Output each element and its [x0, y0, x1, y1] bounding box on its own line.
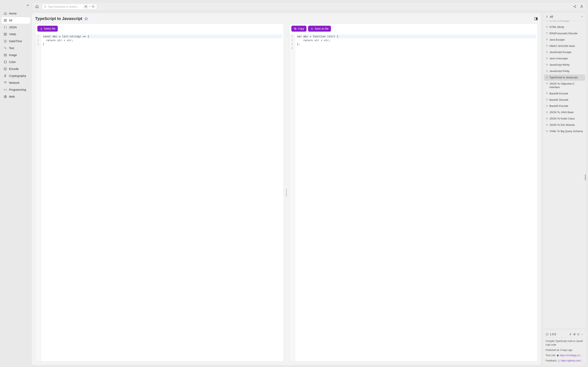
sidebar-left: HomeAllJSONYAMLDate/TimeTextImageColorEn… — [0, 0, 32, 367]
tool-label: HMAC-SHA256 Hash — [549, 44, 575, 48]
plug-icon — [545, 82, 548, 85]
crypto-icon — [4, 74, 7, 77]
plug-icon — [545, 45, 548, 47]
sidebar-item-network[interactable]: Network — [2, 80, 30, 86]
plug-icon — [545, 16, 548, 18]
sidebar-item-encode[interactable]: Encode — [2, 66, 30, 72]
toggle-right-panel-button[interactable] — [534, 17, 538, 21]
tool-item[interactable]: Java Unescape — [544, 55, 585, 62]
sidebar-item-image[interactable]: Image — [2, 52, 30, 58]
sidebar-right: All HTML UnescapeHTML MinifyIDN(Punycode… — [543, 13, 586, 365]
sidebar-item-programming[interactable]: Programming — [2, 86, 30, 93]
sidebar-item-text[interactable]: Text — [2, 45, 30, 51]
tool-item[interactable]: HMAC-SHA256 Hash — [544, 43, 585, 49]
tool-item[interactable]: Base62 Decode — [544, 97, 585, 103]
plug-icon — [545, 92, 548, 95]
sidebar-item-json[interactable]: JSON — [2, 24, 30, 31]
sidebar-item-label: Color — [9, 60, 16, 64]
editor-divider[interactable] — [286, 24, 287, 362]
sidebar-item-yaml[interactable]: YAML — [2, 31, 30, 38]
home-button[interactable] — [34, 4, 40, 9]
sidebar-item-label: Web — [9, 95, 15, 98]
tool-label: HTML Unescape — [549, 21, 569, 23]
tools-list[interactable]: HTML UnescapeHTML MinifyIDN(Punycode) De… — [543, 21, 586, 328]
plug-icon — [545, 51, 548, 53]
tool-label: JSON To JAVA Bean — [549, 111, 574, 114]
tool-item[interactable]: JavaScript Pretty — [544, 68, 585, 75]
image-icon — [4, 53, 7, 57]
tool-item[interactable]: JSON To Kotlin Class — [544, 116, 585, 122]
home-icon — [4, 12, 7, 15]
share-button[interactable] — [573, 4, 577, 8]
tool-item[interactable]: JavaScript Escape — [544, 49, 585, 55]
plug-icon — [545, 38, 548, 41]
sidebar-item-color[interactable]: Color — [2, 59, 30, 65]
tool-item[interactable]: HTML Unescape — [544, 21, 585, 24]
tool-item[interactable]: Base58 Encode — [544, 91, 585, 97]
tool-label: JavaScript Escape — [549, 50, 571, 54]
sidebar-item-crypto[interactable]: Cryptography — [2, 73, 30, 79]
plug-icon — [545, 32, 548, 35]
code-output: 1234 var abc = function (str) { return s… — [289, 34, 537, 361]
svg-rect-5 — [6, 33, 7, 34]
tool-item[interactable]: TypeScript to Javascript — [544, 75, 585, 81]
tool-label: JSON To Kotlin Class — [549, 117, 575, 120]
select-file-button[interactable]: Select file — [37, 26, 58, 32]
tool-item[interactable]: JavaScript Minify — [544, 62, 585, 68]
svg-point-25 — [577, 333, 579, 335]
tool-label: Base58 Encode — [549, 92, 568, 95]
shield-icon — [557, 354, 559, 357]
svg-point-7 — [6, 34, 7, 35]
tool-item[interactable]: JSON To Objective-C Interface — [544, 81, 585, 91]
tool-item[interactable]: JSON To JAVA Bean — [544, 109, 585, 116]
svg-rect-3 — [6, 21, 7, 22]
chevron-down-icon[interactable] — [581, 333, 584, 336]
tool-item[interactable]: YAML To Big Query Schema — [544, 128, 585, 134]
info-description: Compile TypeScript code to JavaScript co… — [545, 339, 584, 347]
sidebar-item-label: Network — [9, 81, 19, 84]
code-input[interactable]: 123 const abc = (str:string) => { return… — [35, 34, 284, 361]
svg-point-10 — [5, 54, 5, 55]
sidebar-item-label: YAML — [9, 33, 17, 36]
sidebar-item-datetime[interactable]: Date/Time — [2, 38, 30, 44]
save-as-file-button[interactable]: Save as file — [308, 26, 331, 32]
svg-rect-4 — [4, 33, 5, 34]
tool-item[interactable]: HTML Minify — [544, 24, 585, 30]
favorite-button[interactable] — [84, 17, 88, 21]
programming-icon — [4, 88, 7, 91]
tool-label: Java Unescape — [549, 57, 568, 60]
web-icon — [4, 95, 7, 98]
sidebar-item-label: Home — [9, 12, 17, 15]
plug-icon — [545, 99, 548, 101]
tool-item[interactable]: Base64 Encode — [544, 103, 585, 109]
copy-button[interactable]: Copy — [291, 26, 306, 32]
search-box[interactable]: ⌘ + K — [42, 4, 97, 9]
tool-label: JSON To Objective-C Interface — [549, 82, 584, 89]
plug-icon — [545, 70, 548, 72]
user-button[interactable] — [580, 4, 584, 8]
globe-icon[interactable] — [573, 333, 576, 336]
version-label: 1.0.0 — [550, 333, 556, 336]
scrollbar-thumb[interactable] — [585, 174, 586, 180]
sidebar-item-web[interactable]: Web — [2, 93, 30, 100]
svg-rect-2 — [4, 21, 5, 22]
svg-point-18 — [581, 5, 582, 7]
tool-item[interactable]: IDN(Punycode) Decode — [544, 30, 585, 37]
tools-filter[interactable]: All — [543, 13, 586, 21]
plug-icon — [545, 130, 548, 133]
tool-item[interactable]: Java Escape — [544, 37, 585, 43]
sidebar-item-all[interactable]: All — [2, 17, 30, 24]
plug-icon — [545, 57, 548, 60]
datetime-icon — [4, 40, 7, 43]
info-panel: 1.0.0 Compile TypeScript code to JavaScr… — [543, 330, 586, 365]
lightning-icon[interactable] — [569, 333, 572, 336]
yaml-icon — [4, 33, 7, 36]
check-icon[interactable] — [577, 333, 580, 336]
sidebar-item-home[interactable]: Home — [2, 10, 30, 17]
tool-item[interactable]: JSON To Elm Module — [544, 122, 585, 128]
collapse-sidebar-button[interactable] — [25, 3, 30, 8]
search-input[interactable] — [48, 5, 82, 8]
comment-icon — [558, 360, 560, 362]
editor-output: Copy Save as file 1234 var abc = functio… — [289, 24, 538, 362]
svg-rect-9 — [4, 54, 7, 56]
